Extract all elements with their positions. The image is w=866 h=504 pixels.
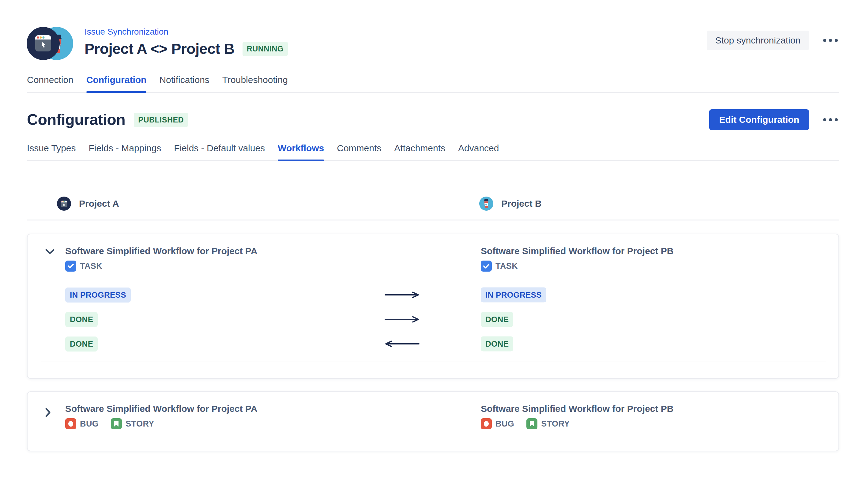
- project-a-header: Project A: [57, 197, 119, 211]
- subtab-issue-types[interactable]: Issue Types: [27, 143, 76, 160]
- meatball-dot: [829, 39, 832, 42]
- main-tabs: Connection Configuration Notifications T…: [27, 75, 839, 93]
- arrow-right-icon: [376, 315, 428, 323]
- arrow-left-icon: [376, 340, 428, 348]
- published-status-badge: PUBLISHED: [134, 113, 188, 127]
- meatball-dot: [823, 39, 826, 42]
- tab-connection[interactable]: Connection: [27, 75, 74, 92]
- running-status-badge: RUNNING: [243, 42, 288, 56]
- issue-type-label: BUG: [496, 419, 514, 429]
- workflow-mapping-card: Software Simplified Workflow for Project…: [27, 234, 839, 379]
- project-columns-header: Project A Project B: [27, 197, 839, 221]
- issue-type-label: STORY: [125, 419, 154, 429]
- page: Issue Synchronization Project A <> Proje…: [0, 0, 866, 504]
- stop-synchronization-button[interactable]: Stop synchronization: [707, 31, 809, 50]
- meatball-dot: [835, 118, 838, 121]
- connection-header: Issue Synchronization Project A <> Proje…: [27, 0, 839, 60]
- project-a-label: Project A: [79, 199, 119, 209]
- story-icon: [526, 418, 537, 429]
- workflow-title: Software Simplified Workflow for Project…: [481, 246, 674, 256]
- issue-type-chip: TASK: [481, 260, 518, 272]
- workflow-title: Software Simplified Workflow for Project…: [65, 246, 839, 256]
- meatball-dot: [823, 118, 826, 121]
- bug-icon: [65, 418, 76, 429]
- status-mappings: IN PROGRESS IN PROGRESS DONE DONE DONE D…: [27, 278, 839, 356]
- workflow-right-block: Software Simplified Workflow for Project…: [481, 246, 674, 272]
- workflow-title: Software Simplified Workflow for Project…: [65, 404, 839, 414]
- workflow-title: Software Simplified Workflow for Project…: [481, 404, 674, 414]
- issue-type-chip: STORY: [111, 418, 154, 429]
- subtab-workflows[interactable]: Workflows: [278, 143, 324, 160]
- subtab-fields-default-values[interactable]: Fields - Default values: [174, 143, 265, 160]
- page-title: Project A <> Project B: [85, 41, 235, 57]
- edit-configuration-button[interactable]: Edit Configuration: [709, 109, 809, 130]
- workflow-left-block: Software Simplified Workflow for Project…: [65, 246, 839, 272]
- status-badge: DONE: [65, 336, 98, 351]
- project-b-label: Project B: [501, 199, 542, 209]
- project-a-icon: [57, 197, 71, 211]
- status-mapping-row: DONE DONE: [27, 307, 839, 332]
- issue-type-label: STORY: [541, 419, 570, 429]
- tab-troubleshooting[interactable]: Troubleshooting: [222, 75, 288, 92]
- meatball-dot: [835, 39, 838, 42]
- connection-avatar: [27, 26, 73, 60]
- configuration-more-button[interactable]: [822, 115, 839, 124]
- tab-configuration[interactable]: Configuration: [86, 75, 147, 92]
- bug-icon: [481, 418, 492, 429]
- expand-chevron-right-icon[interactable]: [45, 407, 52, 419]
- arrow-right-icon: [376, 291, 428, 299]
- tab-notifications[interactable]: Notifications: [159, 75, 209, 92]
- subtab-advanced[interactable]: Advanced: [458, 143, 499, 160]
- status-badge: DONE: [481, 336, 513, 351]
- configuration-title: Configuration: [27, 111, 125, 128]
- story-icon: [111, 418, 122, 429]
- task-icon: [65, 260, 76, 272]
- issue-type-label: TASK: [496, 261, 518, 271]
- more-actions-button[interactable]: [822, 36, 839, 45]
- meatball-dot: [829, 118, 832, 121]
- issue-type-chip: BUG: [65, 418, 99, 429]
- breadcrumb-link[interactable]: Issue Synchronization: [85, 27, 288, 37]
- configuration-header: Configuration PUBLISHED Edit Configurati…: [27, 109, 839, 130]
- issue-type-label: TASK: [80, 261, 102, 271]
- project-b-header: Project B: [479, 197, 542, 211]
- task-icon: [481, 260, 492, 272]
- browser-window-icon: [35, 35, 51, 52]
- workflow-left-block: Software Simplified Workflow for Project…: [65, 404, 839, 430]
- connection-identity: Issue Synchronization Project A <> Proje…: [27, 26, 288, 60]
- collapse-chevron-down-icon[interactable]: [45, 248, 55, 256]
- project-b-icon: [479, 197, 493, 211]
- issue-type-chip: BUG: [481, 418, 514, 429]
- status-mapping-row: IN PROGRESS IN PROGRESS: [27, 283, 839, 307]
- issue-type-chip: STORY: [526, 418, 570, 429]
- status-badge: DONE: [65, 312, 98, 327]
- subtab-comments[interactable]: Comments: [337, 143, 381, 160]
- status-badge: IN PROGRESS: [65, 288, 131, 303]
- workflow-right-block: Software Simplified Workflow for Project…: [481, 404, 674, 430]
- status-mapping-row: DONE DONE: [27, 332, 839, 356]
- status-badge: IN PROGRESS: [481, 288, 546, 303]
- issue-type-chip: TASK: [65, 260, 102, 272]
- subtab-attachments[interactable]: Attachments: [394, 143, 445, 160]
- configuration-subtabs: Issue Types Fields - Mappings Fields - D…: [27, 143, 839, 161]
- workflow-mapping-card: Software Simplified Workflow for Project…: [27, 391, 839, 451]
- subtab-fields-mappings[interactable]: Fields - Mappings: [89, 143, 162, 160]
- issue-type-label: BUG: [80, 419, 99, 429]
- status-badge: DONE: [481, 312, 513, 327]
